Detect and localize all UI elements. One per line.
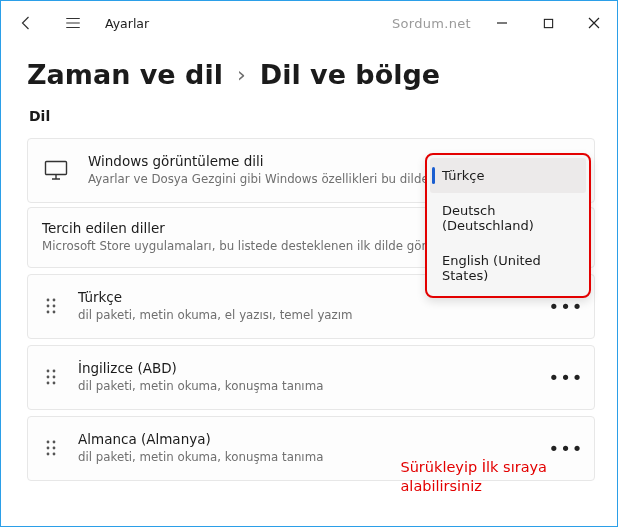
more-button[interactable]: ••• — [550, 367, 582, 388]
language-item[interactable]: İngilizce (ABD) dil paketi, metin okuma,… — [27, 345, 595, 410]
menu-button[interactable] — [53, 3, 93, 43]
more-button[interactable]: ••• — [550, 296, 582, 317]
drag-handle-icon[interactable] — [42, 368, 60, 386]
titlebar-left: Ayarlar — [7, 3, 149, 43]
svg-point-5 — [53, 305, 56, 308]
section-label-language: Dil — [29, 108, 595, 124]
back-button[interactable] — [7, 3, 47, 43]
svg-point-9 — [53, 370, 56, 373]
svg-rect-1 — [46, 162, 67, 175]
more-button[interactable]: ••• — [550, 438, 582, 459]
language-features: dil paketi, metin okuma, konuşma tanıma — [78, 379, 532, 395]
settings-window: Ayarlar Sordum.net Zaman ve dil › Dil ve… — [0, 0, 618, 527]
close-button[interactable] — [571, 7, 617, 39]
language-name: Almanca (Almanya) — [78, 431, 532, 447]
drag-handle-icon[interactable] — [42, 297, 60, 315]
svg-point-2 — [47, 299, 50, 302]
svg-point-7 — [53, 311, 56, 314]
dropdown-option[interactable]: Deutsch (Deutschland) — [430, 193, 586, 243]
svg-point-6 — [47, 311, 50, 314]
annotation-line: Sürükleyip İlk sıraya — [400, 458, 547, 477]
minimize-button[interactable] — [479, 7, 525, 39]
annotation-text: Sürükleyip İlk sıraya alabilirsiniz — [400, 458, 547, 496]
svg-point-12 — [47, 382, 50, 385]
titlebar: Ayarlar Sordum.net — [1, 1, 617, 45]
svg-point-8 — [47, 370, 50, 373]
svg-point-3 — [53, 299, 56, 302]
language-name: İngilizce (ABD) — [78, 360, 532, 376]
svg-point-18 — [47, 453, 50, 456]
language-item-body: İngilizce (ABD) dil paketi, metin okuma,… — [78, 360, 532, 395]
page-title: Dil ve bölge — [260, 59, 440, 90]
svg-point-16 — [47, 447, 50, 450]
monitor-icon — [42, 160, 70, 180]
breadcrumb: Zaman ve dil › Dil ve bölge — [27, 59, 595, 90]
svg-rect-0 — [544, 19, 552, 27]
dropdown-option[interactable]: Türkçe — [430, 158, 586, 193]
svg-point-4 — [47, 305, 50, 308]
svg-point-17 — [53, 447, 56, 450]
svg-point-14 — [47, 441, 50, 444]
language-list: Türkçe dil paketi, metin okuma, el yazıs… — [27, 274, 595, 481]
svg-point-13 — [53, 382, 56, 385]
maximize-button[interactable] — [525, 7, 571, 39]
svg-point-10 — [47, 376, 50, 379]
app-title: Ayarlar — [105, 16, 149, 31]
svg-point-15 — [53, 441, 56, 444]
language-features: dil paketi, metin okuma, el yazısı, teme… — [78, 308, 532, 324]
drag-handle-icon[interactable] — [42, 439, 60, 457]
svg-point-11 — [53, 376, 56, 379]
titlebar-right: Sordum.net — [392, 7, 617, 39]
display-language-dropdown[interactable]: Türkçe Deutsch (Deutschland) English (Un… — [425, 153, 591, 298]
annotation-line: alabilirsiniz — [400, 477, 547, 496]
dropdown-option[interactable]: English (United States) — [430, 243, 586, 293]
chevron-right-icon: › — [237, 62, 246, 87]
watermark-text: Sordum.net — [392, 16, 471, 31]
svg-point-19 — [53, 453, 56, 456]
breadcrumb-root[interactable]: Zaman ve dil — [27, 59, 223, 90]
